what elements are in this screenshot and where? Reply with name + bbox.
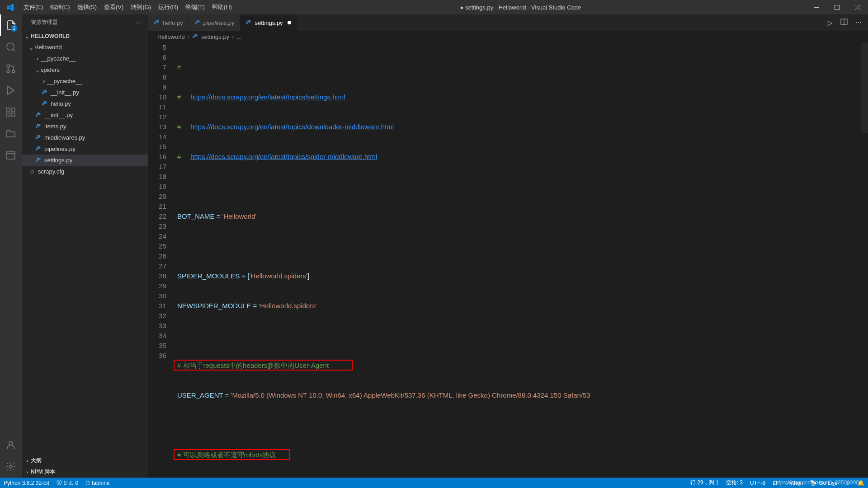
svg-point-16: [38, 124, 38, 125]
sidebar-more-icon[interactable]: ···: [136, 19, 143, 26]
sidebar-section-project[interactable]: ⌄ HELLOWORLD: [22, 30, 148, 42]
tab-hello[interactable]: hello.py: [148, 14, 189, 31]
svg-rect-9: [12, 113, 15, 116]
activity-output[interactable]: [0, 145, 22, 166]
menu-bar: 文件(E) 编辑(E) 选择(S) 查看(V) 转到(G) 运行(R) 终端(T…: [20, 3, 236, 11]
run-icon[interactable]: ▷: [827, 19, 832, 27]
status-golive[interactable]: 📡Go Live: [807, 478, 841, 488]
tree-file-init2[interactable]: __init__.py: [22, 109, 148, 121]
more-icon[interactable]: ···: [856, 19, 862, 27]
breadcrumb[interactable]: Helloworld› settings.py› ...: [148, 31, 868, 42]
tabnine-icon: ⬡: [85, 480, 90, 486]
svg-rect-0: [814, 7, 819, 8]
project-name: HELLOWORLD: [31, 33, 70, 39]
maximize-button[interactable]: [826, 0, 847, 14]
svg-point-20: [31, 170, 33, 173]
activity-explorer[interactable]: 1: [0, 14, 22, 36]
activity-folder[interactable]: [0, 123, 22, 145]
status-notifications[interactable]: 🔔: [854, 478, 868, 488]
menu-help[interactable]: 帮助(H): [208, 3, 236, 11]
explorer-badge: 1: [11, 25, 17, 32]
svg-rect-8: [7, 113, 10, 116]
activity-bar: 1: [0, 14, 22, 478]
svg-point-17: [38, 136, 38, 136]
svg-point-4: [12, 70, 15, 73]
file-tree: ⌄Helloworld ›__pycache__ ⌄spiders ›__pyc…: [22, 42, 148, 455]
status-problems[interactable]: ⓧ0 ⚠0: [53, 478, 82, 488]
tree-file-scrapycfg[interactable]: scrapy.cfg: [22, 166, 148, 177]
line-gutter: 5678910111213141516171819202122232425262…: [148, 42, 175, 478]
activity-extensions[interactable]: [0, 101, 22, 123]
minimize-button[interactable]: [806, 0, 826, 14]
svg-point-11: [9, 441, 13, 445]
menu-run[interactable]: 运行(R): [155, 3, 182, 11]
tree-file-init[interactable]: __init__.py: [22, 87, 148, 98]
tree-folder-pycache-2[interactable]: ›__pycache__: [22, 75, 148, 87]
menu-edit[interactable]: 编辑(E): [47, 3, 73, 11]
activity-search[interactable]: [0, 36, 22, 58]
sidebar-section-outline[interactable]: ›大纲: [22, 455, 148, 466]
close-button[interactable]: [847, 0, 868, 14]
svg-point-14: [44, 102, 44, 102]
status-encoding[interactable]: UTF-8: [746, 478, 769, 488]
tree-file-middlewares[interactable]: middlewares.py: [22, 132, 148, 143]
sidebar-section-npm[interactable]: ›NPM 脚本: [22, 466, 148, 478]
window-title: ● settings.py - Helloworld - Visual Stud…: [236, 4, 806, 11]
tree-file-hello[interactable]: hello.py: [22, 98, 148, 109]
menu-selection[interactable]: 选择(S): [74, 3, 100, 11]
python-icon: [34, 112, 42, 118]
tree-folder-spiders[interactable]: ⌄spiders: [22, 64, 148, 75]
activity-account[interactable]: [0, 434, 22, 456]
svg-rect-10: [7, 152, 15, 159]
status-eol[interactable]: LF: [769, 478, 783, 488]
activity-settings[interactable]: [0, 456, 22, 478]
minimap-scrollbar[interactable]: [861, 42, 868, 478]
status-language[interactable]: Python: [783, 478, 807, 488]
sidebar-title: 资源管理器: [31, 19, 58, 26]
split-editor-icon[interactable]: [840, 18, 848, 27]
tab-settings[interactable]: settings.py: [240, 14, 297, 31]
svg-point-12: [9, 465, 12, 468]
svg-point-5: [7, 70, 9, 73]
python-icon: [34, 123, 42, 130]
bell-icon: 🔔: [858, 480, 864, 486]
status-indentation[interactable]: 空格: 3: [722, 478, 746, 488]
svg-point-13: [44, 90, 44, 91]
status-bar: Python 3.8.2 32-bit ⓧ0 ⚠0 ⬡tabnine 行 29，…: [0, 478, 868, 488]
tree-folder-helloworld[interactable]: ⌄Helloworld: [22, 42, 148, 53]
status-cursor-position[interactable]: 行 29，列 1: [687, 478, 722, 488]
status-feedback[interactable]: ☺: [841, 478, 854, 488]
code-editor[interactable]: # # https://docs.scrapy.org/en/latest/to…: [175, 42, 861, 478]
python-icon: [41, 101, 49, 107]
menu-terminal[interactable]: 终端(T): [182, 3, 208, 11]
vscode-logo-icon: [0, 4, 20, 11]
menu-view[interactable]: 查看(V): [100, 3, 127, 11]
svg-rect-1: [835, 5, 839, 9]
tree-file-items[interactable]: items.py: [22, 121, 148, 132]
title-bar: 文件(E) 编辑(E) 选择(S) 查看(V) 转到(G) 运行(R) 终端(T…: [0, 0, 868, 14]
tree-folder-pycache[interactable]: ›__pycache__: [22, 53, 148, 64]
status-python[interactable]: Python 3.8.2 32-bit: [0, 478, 53, 488]
svg-rect-6: [7, 108, 10, 111]
svg-point-3: [7, 65, 9, 67]
warning-icon: ⚠: [68, 480, 73, 486]
menu-file[interactable]: 文件(E): [20, 3, 47, 11]
gear-icon: [28, 169, 36, 175]
status-tabnine[interactable]: ⬡tabnine: [82, 478, 113, 488]
tab-pipelines[interactable]: pipelines.py: [189, 14, 241, 31]
editor-tabs: hello.py pipelines.py settings.py ▷ ···: [148, 14, 868, 31]
menu-go[interactable]: 转到(G): [127, 3, 155, 11]
python-icon: [34, 157, 42, 164]
window-controls: [806, 0, 868, 14]
editor-area: hello.py pipelines.py settings.py ▷ ··· …: [148, 14, 868, 478]
activity-source-control[interactable]: [0, 58, 22, 80]
error-icon: ⓧ: [57, 479, 62, 487]
sidebar-explorer: 资源管理器 ··· ⌄ HELLOWORLD ⌄Helloworld ›__py…: [22, 14, 148, 478]
activity-run-debug[interactable]: [0, 80, 22, 101]
python-icon: [41, 89, 49, 96]
editor-actions: ▷ ···: [821, 14, 868, 31]
tree-file-pipelines[interactable]: pipelines.py: [22, 143, 148, 155]
tree-file-settings[interactable]: settings.py: [22, 155, 148, 166]
chevron-right-icon: ›: [24, 458, 31, 464]
svg-point-2: [7, 43, 14, 50]
